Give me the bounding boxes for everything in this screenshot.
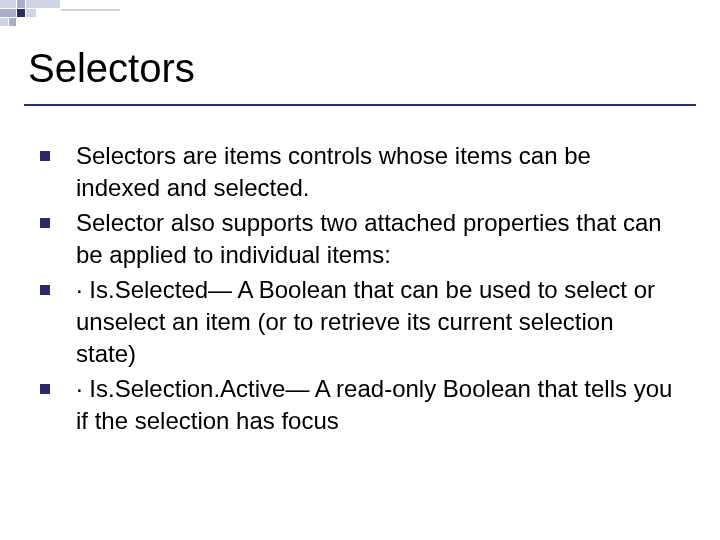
list-item: Selector also supports two attached prop… (40, 207, 680, 272)
svg-rect-8 (61, 9, 120, 11)
bullet-text: · Is.Selected— A Boolean that can be use… (76, 274, 680, 371)
square-bullet-icon (40, 151, 50, 161)
content-area: Selectors are items controls whose items… (40, 140, 680, 440)
square-bullet-icon (40, 285, 50, 295)
svg-rect-6 (0, 18, 8, 26)
corner-decoration (0, 0, 120, 30)
title-divider (24, 104, 696, 106)
svg-rect-4 (17, 9, 25, 17)
svg-rect-2 (26, 0, 60, 8)
svg-rect-5 (26, 9, 36, 17)
svg-rect-3 (0, 9, 16, 17)
bullet-text: Selectors are items controls whose items… (76, 140, 680, 205)
svg-rect-1 (17, 0, 25, 8)
bullet-text: Selector also supports two attached prop… (76, 207, 680, 272)
list-item: · Is.Selected— A Boolean that can be use… (40, 274, 680, 371)
square-bullet-icon (40, 218, 50, 228)
page-title: Selectors (28, 46, 195, 91)
list-item: · Is.Selection.Active— A read-only Boole… (40, 373, 680, 438)
list-item: Selectors are items controls whose items… (40, 140, 680, 205)
svg-rect-0 (0, 0, 16, 8)
square-bullet-icon (40, 384, 50, 394)
svg-rect-7 (9, 18, 16, 26)
bullet-text: · Is.Selection.Active— A read-only Boole… (76, 373, 680, 438)
